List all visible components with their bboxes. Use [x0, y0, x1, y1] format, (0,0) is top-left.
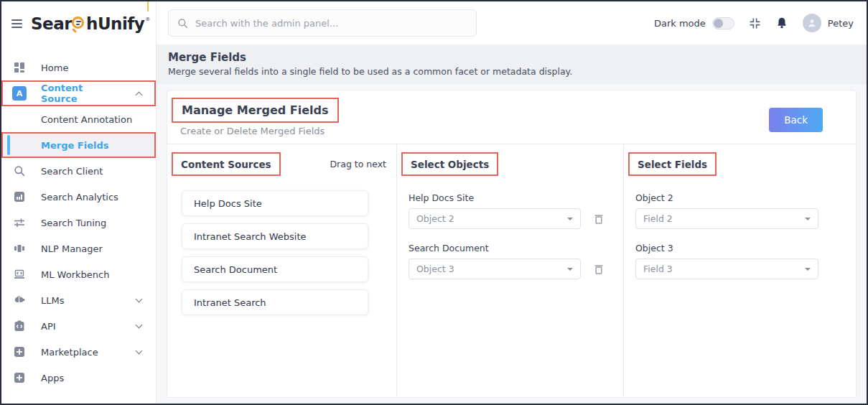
user-menu[interactable]: Petey [803, 14, 854, 32]
sidebar-item-label: Marketplace [41, 347, 98, 358]
registered-mark: ® [145, 17, 150, 22]
apps-icon [12, 372, 27, 383]
content-source-card[interactable]: Intranet Search Website [182, 223, 368, 249]
content-source-card[interactable]: Help Docs Site [182, 190, 368, 216]
annotation-box: Manage Merged Fields [172, 98, 339, 123]
field-select[interactable]: Field 3 [635, 259, 818, 279]
dark-mode-toggle[interactable] [712, 17, 734, 29]
main-area: Dark mode Petey Merge Fields [157, 1, 867, 404]
page-title: Merge Fields [168, 51, 855, 64]
sidebar-item-apps[interactable]: Apps [1, 365, 156, 391]
drag-hint: Drag to next [330, 159, 386, 169]
nlp-icon [12, 243, 27, 254]
object-select[interactable]: Object 2 [409, 208, 581, 229]
search-input[interactable] [195, 18, 467, 29]
select-fields-title: Select Fields [638, 159, 707, 170]
home-icon [12, 62, 27, 73]
panel-subtitle: Create or Delete Merged Fields [180, 126, 339, 136]
sidebar-item-content-source[interactable]: A Content Source [1, 80, 156, 106]
ml-workbench-icon [12, 269, 27, 280]
sidebar-item-label: ML Workbench [41, 269, 109, 280]
chevron-down-icon [136, 296, 143, 303]
content-sources-column: Content Sources Drag to next Help Docs S… [167, 144, 397, 397]
tuning-icon [12, 217, 27, 228]
field-select-value: Field 2 [643, 213, 673, 224]
sidebar-item-api[interactable]: API [1, 313, 156, 339]
user-name: Petey [828, 18, 854, 29]
content-source-list: Help Docs Site Intranet Search Website S… [167, 176, 396, 315]
notifications-bell-icon[interactable] [775, 17, 788, 29]
sidebar-item-nlp-manager[interactable]: NLP Manager [1, 236, 156, 261]
topbar: Dark mode Petey [157, 1, 867, 45]
sidebar-item-label: Content Source [41, 83, 122, 104]
sidebar-item-label: Home [41, 62, 68, 73]
sidebar: SearhUnify® Home A Content Source Conten… [1, 1, 157, 404]
content-source-card[interactable]: Search Document [182, 256, 368, 282]
annotation-box: Select Fields [628, 152, 717, 176]
content-source-card[interactable]: Intranet Search [182, 289, 368, 315]
sidebar-item-label: LLMs [41, 295, 64, 306]
active-indicator-bar [7, 135, 10, 155]
avatar [803, 14, 821, 32]
object-row-label: Search Document [409, 243, 623, 253]
annotation-box: Content Sources [172, 152, 281, 176]
chevron-down-icon [136, 322, 143, 329]
chevron-down-icon [136, 348, 143, 355]
sidebar-item-merge-fields[interactable]: Merge Fields [1, 132, 156, 158]
sidebar-item-search-client[interactable]: Search Client [1, 158, 156, 184]
sidebar-item-ml-workbench[interactable]: ML Workbench [1, 261, 156, 287]
object-select-value: Object 3 [416, 264, 454, 274]
sidebar-item-label: API [41, 321, 56, 332]
analytics-icon [12, 191, 27, 202]
field-row-label: Object 3 [635, 243, 856, 253]
panel-title: Manage Merged Fields [182, 103, 329, 117]
content-sources-title: Content Sources [181, 159, 271, 170]
manage-merged-fields-panel: Manage Merged Fields Create or Delete Me… [167, 90, 857, 398]
brand-prefix: Sear [31, 14, 72, 33]
sidebar-item-llms[interactable]: LLMs [1, 287, 156, 313]
select-objects-title: Select Objects [411, 159, 489, 170]
field-select[interactable]: Field 2 [635, 208, 818, 229]
api-icon [12, 320, 27, 332]
brand-logo: SearhUnify® [31, 14, 150, 33]
page-header: Merge Fields Merge several fields into a… [157, 45, 867, 84]
search-client-icon [12, 165, 27, 177]
sidebar-item-label: Merge Fields [41, 140, 108, 151]
annotation-box: Select Objects [401, 152, 498, 176]
delete-object-icon[interactable] [594, 263, 604, 275]
content-source-icon: A [12, 86, 27, 101]
collapse-fullscreen-icon[interactable] [749, 17, 761, 29]
chevron-up-icon [136, 91, 143, 98]
brand-suffix: hUnify [86, 14, 144, 33]
sidebar-item-search-analytics[interactable]: Search Analytics [1, 184, 156, 210]
caret-down-icon [805, 268, 811, 271]
search-icon [177, 18, 188, 29]
back-button[interactable]: Back [769, 108, 823, 132]
caret-down-icon [567, 218, 573, 220]
field-select-value: Field 3 [643, 264, 673, 274]
sidebar-item-label: Search Client [41, 166, 103, 177]
menu-toggle-icon[interactable] [11, 19, 22, 28]
sidebar-item-label: Content Annotation [41, 114, 132, 125]
object-select-value: Object 2 [416, 213, 454, 224]
sidebar-nav: Home A Content Source Content Annotation… [1, 46, 156, 391]
caret-down-icon [567, 268, 573, 271]
sidebar-item-label: Search Tuning [41, 218, 106, 228]
sidebar-item-search-tuning[interactable]: Search Tuning [1, 210, 156, 236]
sidebar-item-label: Apps [41, 373, 64, 383]
object-select[interactable]: Object 3 [409, 259, 581, 279]
marketplace-icon [12, 346, 27, 358]
select-fields-column: Select Fields Object 2 Field 2 Object 3 [624, 144, 856, 397]
page-description: Merge several fields into a single field… [168, 66, 855, 77]
sidebar-item-home[interactable]: Home [1, 55, 156, 80]
merge-columns: Content Sources Drag to next Help Docs S… [167, 144, 856, 397]
delete-object-icon[interactable] [594, 213, 604, 225]
sidebar-item-marketplace[interactable]: Marketplace [1, 339, 156, 365]
admin-search[interactable] [168, 9, 477, 37]
sidebar-item-content-annotation[interactable]: Content Annotation [1, 106, 156, 132]
dark-mode-label: Dark mode [654, 18, 706, 29]
magnifier-logo-icon [72, 17, 87, 32]
sidebar-item-label: NLP Manager [41, 243, 103, 254]
object-row-label: Help Docs Site [409, 192, 623, 203]
app-window: SearhUnify® Home A Content Source Conten… [0, 0, 868, 405]
